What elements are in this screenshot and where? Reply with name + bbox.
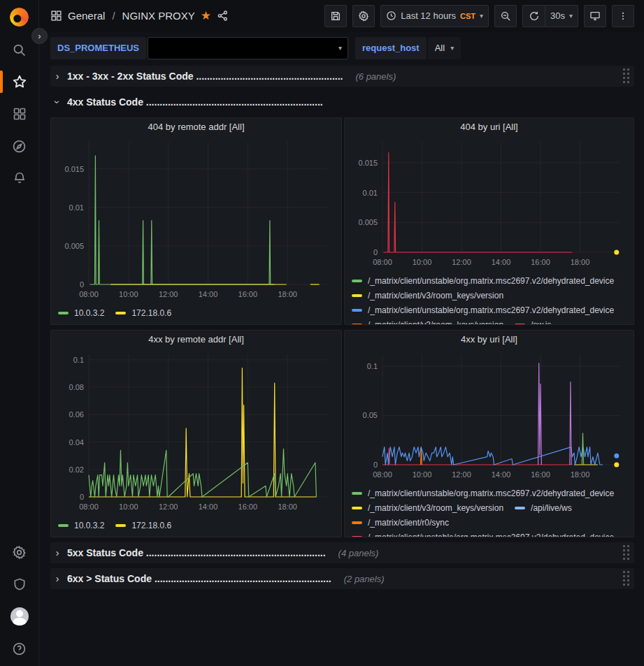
row-5xx[interactable]: › 5xx Status Code ......................… [50, 542, 634, 563]
svg-text:18:00: 18:00 [278, 502, 297, 511]
svg-text:0: 0 [373, 248, 378, 256]
panel-title[interactable]: 404 by remote addr [All] [51, 118, 341, 136]
refresh-icon [529, 10, 540, 22]
svg-text:18:00: 18:00 [571, 258, 590, 266]
gear-icon [358, 10, 369, 22]
svg-text:16:00: 16:00 [238, 290, 258, 298]
legend-item[interactable]: /sw.js [515, 317, 551, 325]
svg-text:18:00: 18:00 [571, 470, 590, 479]
sidebar-item-alerting[interactable] [0, 162, 39, 194]
legend-item[interactable]: /_matrix/client/v3/room_keys/version [352, 288, 503, 303]
row-6xx[interactable]: › 6xx > Status Code ....................… [50, 568, 634, 589]
sidebar-item-dashboards[interactable] [0, 98, 39, 130]
chart-legend: 10.0.3.2172.18.0.6 [51, 304, 341, 320]
legend-swatch [352, 536, 362, 538]
timeseries-chart[interactable]: 00.020.040.060.080.108:0010:0012:0014:00… [51, 349, 341, 516]
legend-item[interactable]: 10.0.3.2 [58, 305, 104, 320]
page-title[interactable]: NGINX PROXY [122, 10, 195, 22]
share-icon[interactable] [217, 10, 229, 22]
legend-item[interactable]: 10.0.3.2 [58, 518, 104, 533]
legend-swatch [58, 524, 69, 527]
legend-label: /_matrix/client/v3/room_keys/version [368, 320, 503, 326]
row-title: 1xx - 3xx - 2xx Status Code ............… [67, 71, 343, 82]
sidebar-item-help[interactable] [0, 632, 39, 665]
time-range-picker[interactable]: Last 12 hours CST ▾ [380, 5, 489, 27]
legend-swatch [115, 312, 126, 314]
svg-text:18:00: 18:00 [278, 290, 297, 298]
svg-text:0.015: 0.015 [358, 159, 378, 167]
legend-item[interactable]: /_matrix/client/v3/room_keys/version [352, 500, 503, 515]
row-1xx-3xx-2xx[interactable]: › 1xx - 3xx - 2xx Status Code ..........… [50, 66, 634, 87]
row-title: 6xx > Status Code ......................… [67, 573, 331, 584]
panel-title[interactable]: 404 by uri [All] [345, 118, 634, 136]
panel-title[interactable]: 4xx by remote addr [All] [51, 331, 341, 349]
svg-text:0.01: 0.01 [363, 189, 378, 197]
main-area: General / NGINX PROXY ★ Last 12 hours CS… [39, 0, 644, 666]
svg-text:0.015: 0.015 [64, 165, 84, 173]
save-dashboard-button[interactable] [324, 5, 347, 27]
legend-item[interactable]: /_matrix/client/r0/sync [352, 515, 449, 530]
dashboard-grid-icon [50, 10, 62, 22]
refresh-interval-select[interactable]: 30s ▾ [545, 5, 578, 27]
legend-swatch [352, 521, 362, 524]
legend-label: 10.0.3.2 [74, 521, 104, 530]
panel-title[interactable]: 4xx by uri [All] [345, 331, 634, 349]
legend-item[interactable]: /_matrix/client/v3/room_keys/version [352, 317, 503, 325]
timeseries-chart[interactable]: 00.0050.010.01508:0010:0012:0014:0016:00… [345, 136, 634, 272]
refresh-button[interactable] [522, 5, 545, 27]
sidebar-item-starred[interactable] [0, 66, 39, 98]
legend-item[interactable]: /_matrix/client/unstable/org.matrix.msc2… [352, 303, 614, 317]
sidebar-item-explore[interactable] [0, 130, 39, 162]
timeseries-chart[interactable]: 00.050.108:0010:0012:0014:0016:0018:00 [345, 349, 634, 484]
clock-icon [386, 10, 396, 21]
cycle-view-mode-button[interactable] [584, 5, 606, 27]
legend-item[interactable]: /_matrix/client/unstable/org.matrix.msc2… [352, 530, 614, 537]
sidebar-item-configuration[interactable] [0, 536, 39, 568]
row-drag-handle[interactable] [623, 545, 630, 560]
ds-variable: DS_PROMETHEUS ▾ [50, 37, 348, 59]
time-range-label: Last 12 hours [401, 10, 456, 21]
ds-prometheus-label: DS_PROMETHEUS [50, 37, 146, 59]
breadcrumb-folder[interactable]: General [68, 10, 105, 22]
svg-text:10:00: 10:00 [119, 502, 138, 511]
search-icon [12, 43, 27, 57]
request-host-label: request_host [355, 37, 427, 59]
legend-item[interactable]: 172.18.0.6 [115, 518, 171, 533]
panel-4xx-by-uri: 4xx by uri [All] 00.050.108:0010:0012:00… [344, 330, 634, 537]
row-4xx[interactable]: › 4xx Status Code ......................… [50, 92, 634, 113]
variables-submenu: DS_PROMETHEUS ▾ request_host All ▾ [39, 31, 644, 64]
request-host-select[interactable]: All ▾ [428, 37, 461, 59]
more-options-button[interactable] [612, 5, 634, 27]
legend-label: 10.0.3.2 [74, 308, 104, 318]
refresh-interval-value: 30s [550, 10, 565, 21]
legend-item[interactable]: /_matrix/client/unstable/org.matrix.msc2… [352, 273, 614, 288]
svg-text:12:00: 12:00 [159, 502, 178, 511]
sidebar-item-server-admin[interactable] [0, 568, 39, 600]
grafana-app: › General / NGINX PROXY ★ La [0, 0, 644, 666]
sidebar-item-profile[interactable] [0, 600, 39, 632]
legend-item[interactable]: /_matrix/client/unstable/org.matrix.msc2… [352, 486, 614, 500]
dashboard-settings-button[interactable] [352, 5, 375, 27]
row-panel-count: (2 panels) [344, 574, 385, 584]
panel-row-2: 4xx by remote addr [All] 00.020.040.060.… [50, 330, 634, 537]
zoom-out-time-button[interactable] [494, 5, 517, 27]
row-drag-handle[interactable] [623, 68, 630, 84]
ds-prometheus-select[interactable]: ▾ [148, 37, 348, 59]
grafana-logo[interactable] [0, 0, 39, 34]
legend-swatch [515, 324, 525, 326]
chart-legend: 10.0.3.2172.18.0.6 [51, 516, 341, 533]
svg-text:0.06: 0.06 [69, 410, 84, 419]
toolbar: Last 12 hours CST ▾ 30s ▾ [324, 5, 634, 27]
legend-item[interactable]: /api/live/ws [515, 500, 572, 515]
svg-text:08:00: 08:00 [79, 502, 99, 511]
sidebar-expand-button[interactable]: › [31, 28, 48, 44]
legend-item[interactable]: 172.18.0.6 [115, 305, 171, 320]
chevron-right-icon: › [53, 71, 62, 82]
favorite-star-icon[interactable]: ★ [201, 8, 211, 23]
request-host-value: All [435, 43, 445, 53]
timeseries-chart[interactable]: 00.0050.010.01508:0010:0012:0014:0016:00… [51, 136, 341, 304]
legend-swatch [352, 492, 362, 495]
row-drag-handle[interactable] [623, 571, 630, 586]
svg-text:08:00: 08:00 [373, 470, 392, 479]
legend-swatch [352, 324, 362, 326]
